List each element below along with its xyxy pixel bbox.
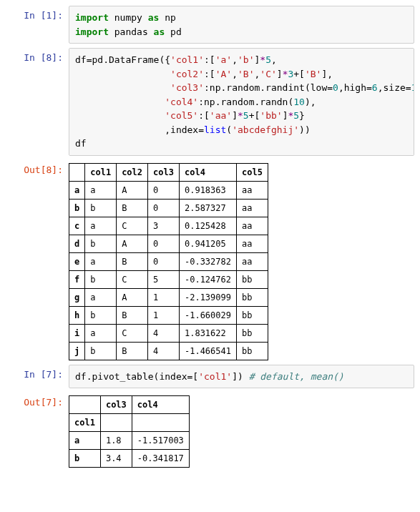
output-area: col3col4col1a1.8-1.517003b3.4-0.341817 [69,393,414,468]
table-cell: bb [236,324,268,342]
table-cell: B [117,199,148,217]
table-cell: A [117,235,148,252]
table-cell: 0.918363 [179,181,236,199]
table-cell: 0 [148,181,180,199]
table-cell: -1.660029 [179,306,236,324]
notebook-output: Out[7]: col3col4col1a1.8-1.517003b3.4-0.… [6,393,414,468]
row-index: d [69,235,85,252]
row-index: j [69,342,85,360]
notebook-cell: In [8]: df=pd.DataFrame({'col1':['a','b'… [6,48,414,156]
table-cell: B [117,306,148,324]
code-cell-3[interactable]: df.pivot_table(index=['col1']) # default… [69,365,414,389]
table-cell: 0 [148,199,180,217]
table-cell: 4 [148,342,180,360]
input-prompt: In [1]: [6,6,69,44]
table-cell: b [85,342,117,360]
table-row: gaA1-2.139099bb [69,288,268,306]
table-cell: 0 [148,252,180,270]
row-index: a [69,432,101,450]
table-cell: aa [236,217,268,235]
notebook-output: Out[8]: col1col2col3col4col5aaA00.918363… [6,160,414,360]
table-cell: 5 [148,270,180,288]
row-index: e [69,252,85,270]
row-index: a [69,181,85,199]
table-cell: C [117,324,148,342]
table-cell: C [117,217,148,235]
table-cell: 0 [148,235,180,252]
table-cell: A [117,288,148,306]
table-row: fbC5-0.124762bb [69,270,268,288]
column-header: col4 [179,163,236,181]
table-cell: B [117,342,148,360]
table-row: eaB0-0.332782aa [69,252,268,270]
table-row: jbB4-1.466541bb [69,342,268,360]
table-cell: 3.4 [100,450,132,468]
table-cell: a [85,181,117,199]
pivot-table: col3col4col1a1.8-1.517003b3.4-0.341817 [69,395,190,468]
row-index: f [69,270,85,288]
column-header: col5 [236,163,268,181]
table-cell: -1.517003 [132,432,189,450]
table-cell: 0.941205 [179,235,236,252]
column-header-blank [69,163,85,181]
output-area: col1col2col3col4col5aaA00.918363aabbB02.… [69,160,414,360]
table-cell: b [85,235,117,252]
table-cell: 1.831622 [179,324,236,342]
table-cell: aa [236,199,268,217]
code-cell-1[interactable]: import numpy as np import pandas as pd [69,6,414,44]
table-row: aaA00.918363aa [69,181,268,199]
table-cell: C [117,270,148,288]
table-cell: 0.125428 [179,217,236,235]
column-header: col3 [100,396,132,414]
row-index: c [69,217,85,235]
table-row: caC30.125428aa [69,217,268,235]
table-cell: -2.139099 [179,288,236,306]
notebook-cell: In [7]: df.pivot_table(index=['col1']) #… [6,365,414,389]
row-index: h [69,306,85,324]
code-cell-2[interactable]: df=pd.DataFrame({'col1':['a','b']*5, 'co… [69,48,414,156]
table-cell: bb [236,270,268,288]
table-cell: b [85,306,117,324]
table-cell: bb [236,288,268,306]
column-header-blank [132,414,189,432]
index-name: col1 [69,414,101,432]
table-cell: -0.341817 [132,450,189,468]
table-cell: 4 [148,324,180,342]
table-cell: aa [236,235,268,252]
column-header: col4 [132,396,189,414]
table-cell: aa [236,252,268,270]
table-row: b3.4-0.341817 [69,450,190,468]
row-index: g [69,288,85,306]
notebook-cell: In [1]: import numpy as np import pandas… [6,6,414,44]
table-cell: bb [236,342,268,360]
row-index: b [69,450,101,468]
dataframe-table: col1col2col3col4col5aaA00.918363aabbB02.… [69,163,268,360]
table-cell: 2.587327 [179,199,236,217]
column-header-blank [69,396,101,414]
table-cell: bb [236,306,268,324]
table-cell: 1 [148,288,180,306]
input-prompt: In [8]: [6,48,69,156]
table-cell: 1 [148,306,180,324]
table-cell: a [85,324,117,342]
table-cell: b [85,270,117,288]
table-cell: aa [236,181,268,199]
table-row: hbB1-1.660029bb [69,306,268,324]
table-cell: 1.8 [100,432,132,450]
table-cell: 3 [148,217,180,235]
table-cell: A [117,181,148,199]
column-header: col2 [117,163,148,181]
table-row: dbA00.941205aa [69,235,268,252]
table-cell: B [117,252,148,270]
row-index: b [69,199,85,217]
table-row: iaC41.831622bb [69,324,268,342]
table-cell: b [85,199,117,217]
table-cell: a [85,288,117,306]
row-index: i [69,324,85,342]
table-cell: -1.466541 [179,342,236,360]
table-cell: a [85,217,117,235]
table-cell: a [85,252,117,270]
column-header-blank [100,414,132,432]
output-prompt: Out[8]: [6,160,69,360]
output-prompt: Out[7]: [6,393,69,468]
